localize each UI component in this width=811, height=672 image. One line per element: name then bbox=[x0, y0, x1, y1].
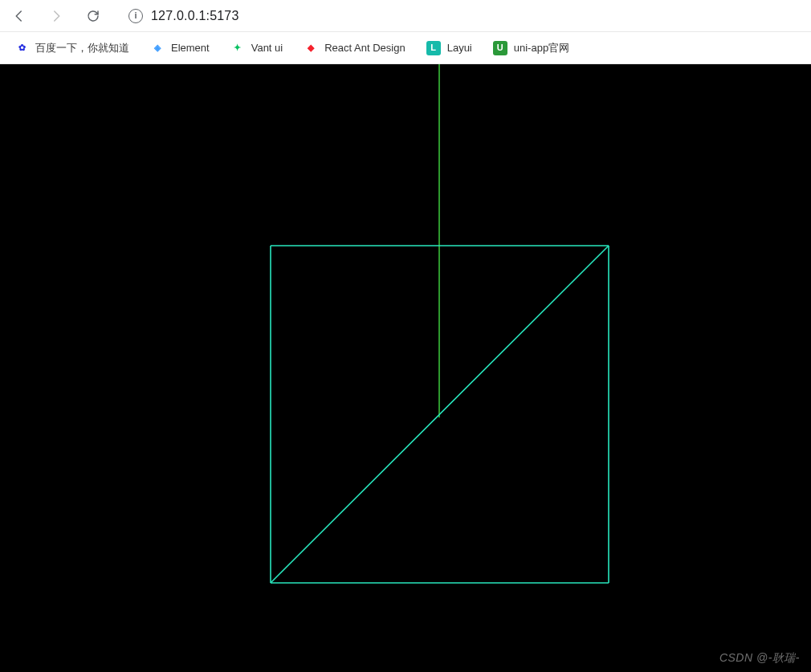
bookmark-label: Element bbox=[171, 42, 210, 54]
arrow-left-icon bbox=[12, 9, 26, 23]
antd-icon: ◆ bbox=[304, 41, 318, 55]
bookmark-item[interactable]: ✿百度一下，你就知道 bbox=[14, 41, 129, 55]
bookmark-item[interactable]: ✦Vant ui bbox=[230, 41, 283, 55]
bookmark-item[interactable]: ◆React Ant Design bbox=[304, 41, 405, 55]
back-button[interactable] bbox=[8, 5, 31, 27]
element-icon: ◈ bbox=[150, 41, 165, 55]
bookmark-label: React Ant Design bbox=[324, 42, 405, 54]
scene-canvas bbox=[0, 64, 811, 672]
bookmark-item[interactable]: Uuni-app官网 bbox=[493, 41, 569, 55]
vant-icon: ✦ bbox=[230, 41, 245, 55]
reload-icon bbox=[86, 9, 100, 23]
site-info-icon[interactable]: i bbox=[128, 9, 143, 23]
bookmark-item[interactable]: ◈Element bbox=[150, 41, 210, 55]
baidu-icon: ✿ bbox=[14, 41, 29, 55]
bookmark-label: uni-app官网 bbox=[514, 41, 569, 55]
url-text: 127.0.0.1:5173 bbox=[151, 9, 239, 23]
uniapp-icon: U bbox=[493, 41, 507, 55]
threejs-viewport[interactable]: CSDN @-耿瑞- bbox=[0, 64, 811, 672]
bookmark-label: 百度一下，你就知道 bbox=[35, 41, 129, 55]
watermark-text: CSDN @-耿瑞- bbox=[719, 651, 800, 666]
address-bar[interactable]: i 127.0.0.1:5173 bbox=[119, 4, 803, 28]
bookmarks-bar: ✿百度一下，你就知道◈Element✦Vant ui◆React Ant Des… bbox=[0, 32, 811, 64]
bookmark-label: Layui bbox=[447, 42, 472, 54]
forward-button[interactable] bbox=[45, 5, 67, 27]
reload-button[interactable] bbox=[82, 5, 104, 27]
browser-navbar: i 127.0.0.1:5173 bbox=[0, 0, 811, 32]
bookmark-label: Vant ui bbox=[251, 42, 283, 54]
layui-icon: L bbox=[426, 41, 441, 55]
bookmark-item[interactable]: LLayui bbox=[426, 41, 472, 55]
arrow-right-icon bbox=[49, 9, 63, 23]
